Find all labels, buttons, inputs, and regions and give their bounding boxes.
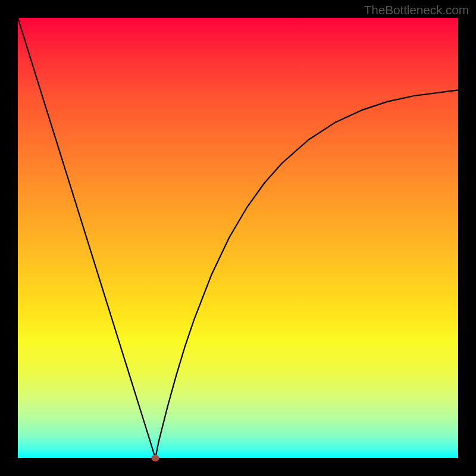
plot-area xyxy=(18,18,458,458)
chart-container: TheBottleneck.com xyxy=(0,0,476,476)
watermark-text: TheBottleneck.com xyxy=(364,3,469,17)
optimum-marker xyxy=(152,455,159,462)
bottleneck-curve xyxy=(18,18,458,458)
curve-svg xyxy=(18,18,458,458)
